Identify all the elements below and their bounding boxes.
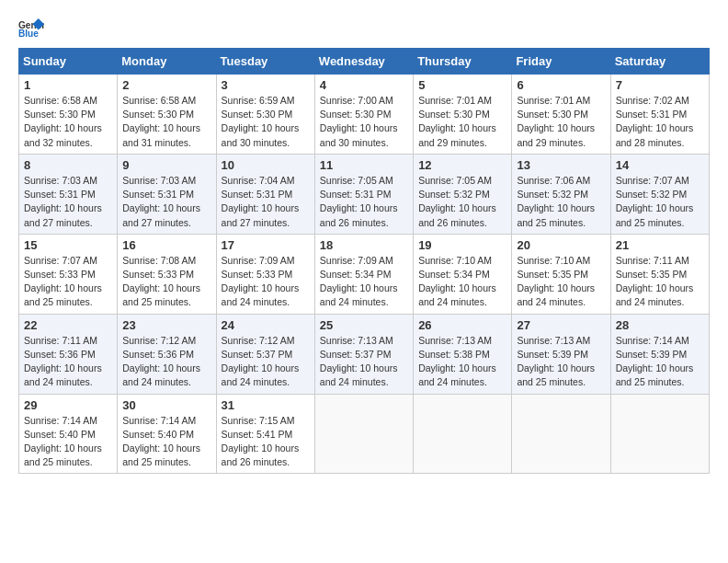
calendar-cell: 1Sunrise: 6:58 AMSunset: 5:30 PMDaylight… [19,75,118,155]
day-number: 23 [122,318,210,332]
calendar-cell: 26Sunrise: 7:13 AMSunset: 5:38 PMDayligh… [414,314,512,394]
day-info: Sunrise: 7:01 AMSunset: 5:30 PMDaylight:… [418,94,506,150]
day-info: Sunrise: 7:10 AMSunset: 5:34 PMDaylight:… [418,254,506,310]
calendar-cell [414,394,512,474]
calendar-cell: 25Sunrise: 7:13 AMSunset: 5:37 PMDayligh… [314,314,413,394]
day-info: Sunrise: 7:13 AMSunset: 5:38 PMDaylight:… [418,334,506,390]
day-number: 21 [616,238,704,252]
day-info: Sunrise: 7:11 AMSunset: 5:36 PMDaylight:… [24,334,112,390]
day-number: 18 [320,238,408,252]
calendar-cell: 7Sunrise: 7:02 AMSunset: 5:31 PMDaylight… [610,75,709,155]
calendar-cell [314,394,413,474]
day-number: 6 [517,78,605,92]
day-info: Sunrise: 7:02 AMSunset: 5:31 PMDaylight:… [616,94,704,150]
day-info: Sunrise: 7:13 AMSunset: 5:39 PMDaylight:… [517,334,605,390]
weekday-header-saturday: Saturday [610,49,709,75]
day-number: 15 [24,238,112,252]
day-number: 5 [418,78,506,92]
calendar-table: SundayMondayTuesdayWednesdayThursdayFrid… [18,48,710,474]
day-info: Sunrise: 7:15 AMSunset: 5:41 PMDaylight:… [222,414,310,470]
calendar-week-4: 22Sunrise: 7:11 AMSunset: 5:36 PMDayligh… [19,314,710,394]
day-info: Sunrise: 7:05 AMSunset: 5:32 PMDaylight:… [418,174,506,230]
day-info: Sunrise: 7:05 AMSunset: 5:31 PMDaylight:… [320,174,408,230]
calendar-cell: 19Sunrise: 7:10 AMSunset: 5:34 PMDayligh… [414,234,512,314]
calendar-cell: 16Sunrise: 7:08 AMSunset: 5:33 PMDayligh… [118,234,216,314]
calendar-cell: 6Sunrise: 7:01 AMSunset: 5:30 PMDaylight… [512,75,610,155]
day-info: Sunrise: 7:00 AMSunset: 5:30 PMDaylight:… [320,94,408,150]
day-info: Sunrise: 7:14 AMSunset: 5:40 PMDaylight:… [24,414,112,470]
day-number: 20 [517,238,605,252]
day-info: Sunrise: 7:03 AMSunset: 5:31 PMDaylight:… [122,174,210,230]
logo-icon: General Blue [18,18,44,39]
weekday-header-wednesday: Wednesday [314,49,413,75]
day-info: Sunrise: 7:14 AMSunset: 5:39 PMDaylight:… [616,334,704,390]
weekday-header-friday: Friday [512,49,610,75]
calendar-cell: 18Sunrise: 7:09 AMSunset: 5:34 PMDayligh… [314,234,413,314]
calendar-cell: 28Sunrise: 7:14 AMSunset: 5:39 PMDayligh… [610,314,709,394]
weekday-header-tuesday: Tuesday [216,49,314,75]
calendar-cell: 29Sunrise: 7:14 AMSunset: 5:40 PMDayligh… [19,394,118,474]
calendar-cell: 20Sunrise: 7:10 AMSunset: 5:35 PMDayligh… [512,234,610,314]
calendar-cell: 8Sunrise: 7:03 AMSunset: 5:31 PMDaylight… [19,154,118,234]
calendar-week-5: 29Sunrise: 7:14 AMSunset: 5:40 PMDayligh… [19,394,710,474]
calendar-cell: 21Sunrise: 7:11 AMSunset: 5:35 PMDayligh… [610,234,709,314]
day-info: Sunrise: 7:12 AMSunset: 5:37 PMDaylight:… [222,334,310,390]
day-number: 10 [222,158,310,172]
calendar-cell: 24Sunrise: 7:12 AMSunset: 5:37 PMDayligh… [216,314,314,394]
day-info: Sunrise: 7:01 AMSunset: 5:30 PMDaylight:… [517,94,605,150]
day-info: Sunrise: 6:59 AMSunset: 5:30 PMDaylight:… [222,94,310,150]
weekday-header-monday: Monday [118,49,216,75]
calendar-cell: 14Sunrise: 7:07 AMSunset: 5:32 PMDayligh… [610,154,709,234]
weekday-header-row: SundayMondayTuesdayWednesdayThursdayFrid… [19,49,710,75]
calendar-cell: 15Sunrise: 7:07 AMSunset: 5:33 PMDayligh… [19,234,118,314]
day-info: Sunrise: 7:09 AMSunset: 5:34 PMDaylight:… [320,254,408,310]
day-number: 3 [222,78,310,92]
day-info: Sunrise: 7:07 AMSunset: 5:33 PMDaylight:… [24,254,112,310]
day-number: 16 [122,238,210,252]
calendar-cell: 13Sunrise: 7:06 AMSunset: 5:32 PMDayligh… [512,154,610,234]
calendar-cell: 5Sunrise: 7:01 AMSunset: 5:30 PMDaylight… [414,75,512,155]
day-number: 2 [122,78,210,92]
day-number: 13 [517,158,605,172]
calendar-cell: 30Sunrise: 7:14 AMSunset: 5:40 PMDayligh… [118,394,216,474]
day-info: Sunrise: 7:12 AMSunset: 5:36 PMDaylight:… [122,334,210,390]
day-info: Sunrise: 7:10 AMSunset: 5:35 PMDaylight:… [517,254,605,310]
calendar-cell: 10Sunrise: 7:04 AMSunset: 5:31 PMDayligh… [216,154,314,234]
calendar-cell: 17Sunrise: 7:09 AMSunset: 5:33 PMDayligh… [216,234,314,314]
day-number: 11 [320,158,408,172]
day-info: Sunrise: 7:07 AMSunset: 5:32 PMDaylight:… [616,174,704,230]
day-info: Sunrise: 7:08 AMSunset: 5:33 PMDaylight:… [122,254,210,310]
svg-text:Blue: Blue [18,29,39,39]
calendar-cell: 23Sunrise: 7:12 AMSunset: 5:36 PMDayligh… [118,314,216,394]
day-number: 4 [320,78,408,92]
day-number: 8 [24,158,112,172]
calendar-cell: 4Sunrise: 7:00 AMSunset: 5:30 PMDaylight… [314,75,413,155]
day-info: Sunrise: 6:58 AMSunset: 5:30 PMDaylight:… [24,94,112,150]
day-info: Sunrise: 7:03 AMSunset: 5:31 PMDaylight:… [24,174,112,230]
day-number: 12 [418,158,506,172]
calendar-cell: 31Sunrise: 7:15 AMSunset: 5:41 PMDayligh… [216,394,314,474]
calendar-week-2: 8Sunrise: 7:03 AMSunset: 5:31 PMDaylight… [19,154,710,234]
day-number: 31 [222,398,310,412]
calendar-cell: 22Sunrise: 7:11 AMSunset: 5:36 PMDayligh… [19,314,118,394]
calendar-cell [610,394,709,474]
calendar-cell: 27Sunrise: 7:13 AMSunset: 5:39 PMDayligh… [512,314,610,394]
day-number: 19 [418,238,506,252]
calendar-cell: 3Sunrise: 6:59 AMSunset: 5:30 PMDaylight… [216,75,314,155]
logo: General Blue [18,18,48,39]
day-info: Sunrise: 7:13 AMSunset: 5:37 PMDaylight:… [320,334,408,390]
day-number: 22 [24,318,112,332]
calendar-cell: 11Sunrise: 7:05 AMSunset: 5:31 PMDayligh… [314,154,413,234]
day-info: Sunrise: 7:09 AMSunset: 5:33 PMDaylight:… [222,254,310,310]
day-number: 24 [222,318,310,332]
calendar-cell: 9Sunrise: 7:03 AMSunset: 5:31 PMDaylight… [118,154,216,234]
day-info: Sunrise: 6:58 AMSunset: 5:30 PMDaylight:… [122,94,210,150]
day-number: 9 [122,158,210,172]
day-info: Sunrise: 7:06 AMSunset: 5:32 PMDaylight:… [517,174,605,230]
calendar-week-3: 15Sunrise: 7:07 AMSunset: 5:33 PMDayligh… [19,234,710,314]
day-number: 29 [24,398,112,412]
calendar-week-1: 1Sunrise: 6:58 AMSunset: 5:30 PMDaylight… [19,75,710,155]
calendar-cell [512,394,610,474]
day-number: 25 [320,318,408,332]
weekday-header-thursday: Thursday [414,49,512,75]
